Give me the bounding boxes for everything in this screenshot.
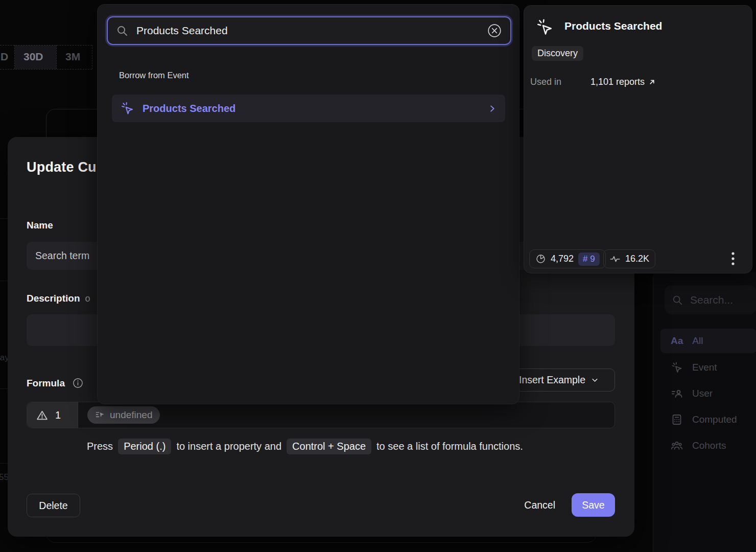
- pie-chart-icon: [535, 254, 546, 264]
- formula-help-text: Press Period (.) to insert a property an…: [87, 439, 523, 454]
- category-badge[interactable]: Discovery: [532, 46, 583, 61]
- event-icon: [535, 18, 554, 36]
- formula-editor[interactable]: 1 undefined: [27, 402, 615, 428]
- insert-example-label: Insert Example: [519, 374, 585, 386]
- result-label: Products Searched: [143, 103, 479, 114]
- property-type-sidebar: Search... Aa All Event User Computed Coh…: [653, 272, 756, 552]
- time-range-30d-button[interactable]: 30D: [23, 51, 43, 63]
- event-icon: [120, 101, 134, 116]
- event-property-icon: [95, 410, 105, 420]
- property-search-overlay: Products Searched Borrow from Event Prod…: [97, 4, 519, 404]
- info-icon[interactable]: [72, 377, 84, 389]
- borrow-from-event-label: Borrow from Event: [119, 71, 189, 80]
- sidebar-item-user[interactable]: User: [660, 381, 756, 406]
- arrow-up-right-icon: [648, 78, 656, 86]
- sidebar-item-computed[interactable]: Computed: [660, 407, 756, 432]
- help-lead: Press: [87, 441, 113, 452]
- clear-search-icon[interactable]: [487, 23, 502, 38]
- delete-label: Delete: [39, 500, 67, 512]
- cancel-button[interactable]: Cancel: [524, 499, 555, 511]
- description-optional-fragment: o: [85, 293, 90, 304]
- formula-error-gutter: 1: [27, 402, 78, 428]
- formula-property-chip[interactable]: undefined: [87, 406, 160, 424]
- insert-example-button[interactable]: Insert Example: [503, 369, 615, 392]
- formula-label-row: Formula: [27, 377, 84, 389]
- description-label: Description: [27, 293, 80, 304]
- sidebar-item-label: Cohorts: [692, 440, 726, 451]
- chevron-down-icon: [590, 376, 599, 384]
- kebab-menu-icon[interactable]: [731, 251, 735, 266]
- cohorts-icon: [671, 440, 683, 452]
- kbd-control-space: Control + Space: [287, 439, 371, 454]
- sidebar-item-label: All: [692, 335, 703, 347]
- time-range-border: [0, 69, 92, 70]
- used-in-label: Used in: [530, 77, 561, 87]
- delete-button[interactable]: Delete: [27, 494, 80, 517]
- save-button[interactable]: Save: [572, 493, 615, 517]
- property-search-input[interactable]: Products Searched: [107, 16, 511, 45]
- time-range-divider: [56, 45, 57, 69]
- search-result-products-searched[interactable]: Products Searched: [112, 95, 505, 122]
- warning-icon: [36, 409, 49, 422]
- sidebar-item-label: User: [692, 388, 713, 399]
- description-label-row: Description o: [27, 293, 90, 304]
- computed-icon: [671, 413, 683, 426]
- sidebar-search-input[interactable]: Search...: [665, 285, 756, 314]
- sidebar-item-cohorts[interactable]: Cohorts: [660, 433, 756, 458]
- event-icon: [671, 361, 683, 374]
- time-range-divider: [92, 45, 92, 69]
- event-count: 4,792: [551, 254, 574, 264]
- time-range-3m-button[interactable]: 3M: [65, 51, 80, 63]
- chevron-right-icon: [487, 104, 497, 113]
- event-details-panel: Products Searched Discovery Used in 1,10…: [524, 5, 752, 273]
- sidebar-item-event[interactable]: Event: [660, 355, 756, 380]
- event-count-pill[interactable]: 4,792 # 9: [529, 249, 606, 268]
- modal-title: Update Cu: [27, 159, 97, 175]
- sidebar-search-placeholder: Search...: [690, 294, 733, 306]
- used-in-value: 1,101 reports: [590, 77, 645, 87]
- name-label: Name: [27, 220, 53, 231]
- sidebar-item-label: Computed: [692, 414, 737, 425]
- details-title: Products Searched: [564, 20, 662, 32]
- save-label: Save: [582, 499, 604, 511]
- formula-label: Formula: [27, 378, 65, 389]
- volume-pill[interactable]: 16.2K: [603, 249, 655, 268]
- user-icon: [671, 387, 683, 400]
- volume-value: 16.2K: [625, 254, 649, 264]
- error-count: 1: [55, 409, 61, 421]
- modal-footer-actions: Cancel Save: [524, 493, 615, 517]
- search-query: Products Searched: [136, 25, 479, 37]
- search-icon: [672, 294, 683, 306]
- activity-icon: [609, 254, 621, 265]
- sidebar-item-label: Event: [692, 362, 717, 373]
- formula-chip-label: undefined: [110, 409, 152, 421]
- app-screen: D 30D 3M lay 55 Search... Aa All Event U…: [0, 0, 756, 552]
- time-range-partial[interactable]: D: [1, 51, 8, 63]
- kbd-period: Period (.): [118, 439, 171, 454]
- rank-badge: # 9: [578, 252, 600, 266]
- search-icon: [116, 25, 128, 37]
- used-in-link[interactable]: 1,101 reports: [590, 77, 656, 87]
- help-middle: to insert a property and: [176, 441, 281, 452]
- sidebar-item-all[interactable]: Aa All: [660, 329, 756, 353]
- help-tail: to see a list of formula functions.: [376, 441, 523, 452]
- aa-icon: Aa: [671, 335, 683, 347]
